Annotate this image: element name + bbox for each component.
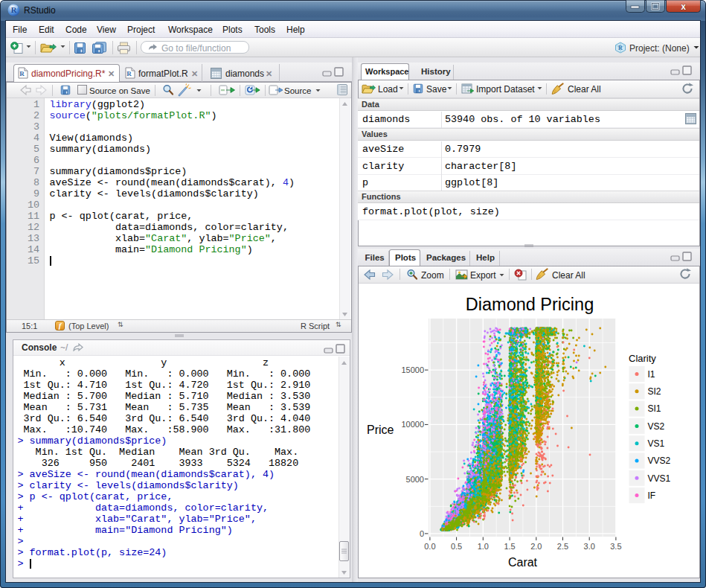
svg-text:VS2: VS2 xyxy=(648,421,665,432)
svg-text:10000: 10000 xyxy=(401,420,424,429)
svg-text:2.0: 2.0 xyxy=(530,542,542,551)
svg-text:Clarity: Clarity xyxy=(629,353,656,364)
svg-text:SI2: SI2 xyxy=(648,386,661,397)
svg-text:I1: I1 xyxy=(648,369,655,380)
svg-text:IF: IF xyxy=(648,490,656,501)
svg-text:Carat: Carat xyxy=(508,556,538,569)
svg-text:0: 0 xyxy=(420,529,424,538)
svg-text:3.0: 3.0 xyxy=(584,542,595,551)
svg-text:SI1: SI1 xyxy=(648,403,661,414)
svg-text:0.0: 0.0 xyxy=(424,542,435,551)
svg-text:3.5: 3.5 xyxy=(610,542,621,551)
svg-text:VVS2: VVS2 xyxy=(648,456,671,466)
svg-text:Price: Price xyxy=(367,424,394,436)
svg-text:Diamond Pricing: Diamond Pricing xyxy=(466,295,594,314)
svg-text:0.5: 0.5 xyxy=(451,542,462,551)
svg-text:1.5: 1.5 xyxy=(504,542,515,551)
svg-text:VS1: VS1 xyxy=(648,438,665,449)
svg-text:1.0: 1.0 xyxy=(478,542,489,551)
svg-text:VVS1: VVS1 xyxy=(648,473,671,484)
svg-text:15000: 15000 xyxy=(401,365,424,374)
svg-text:5000: 5000 xyxy=(406,475,424,484)
svg-text:2.5: 2.5 xyxy=(557,542,568,551)
